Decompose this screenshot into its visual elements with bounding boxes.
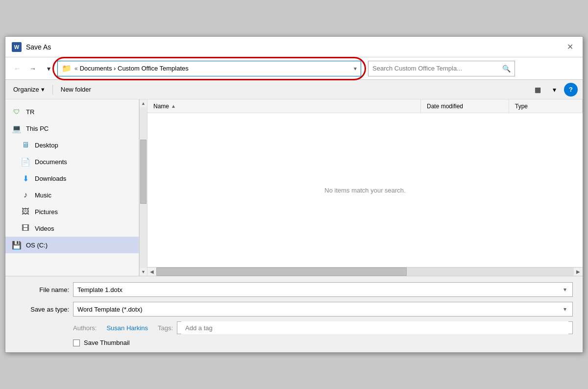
main-area: 🛡 TR 💻 This PC 🖥 Desktop 📄 Documents <box>5 99 583 276</box>
organize-button[interactable]: Organize ▾ <box>10 84 48 95</box>
sidebar-label-tr: TR <box>26 108 34 116</box>
search-input[interactable] <box>372 65 502 72</box>
breadcrumb-chevrons: « <box>74 65 78 72</box>
close-button[interactable]: ✕ <box>563 40 577 54</box>
search-box[interactable]: 🔍 <box>368 61 515 76</box>
sidebar-item-pictures[interactable]: 🖼 Pictures <box>5 203 139 220</box>
scroll-up-button[interactable]: ▲ <box>140 99 147 107</box>
scroll-thumb[interactable] <box>140 140 147 204</box>
sidebar-item-documents[interactable]: 📄 Documents <box>5 153 139 170</box>
sidebar-item-os-c[interactable]: 💾 OS (C:) <box>5 237 139 253</box>
savetype-label: Save as type: <box>15 306 69 313</box>
sidebar-label-documents: Documents <box>35 158 67 166</box>
sidebar-label-downloads: Downloads <box>35 175 66 182</box>
tags-section: Tags: <box>158 321 573 334</box>
h-scroll-track <box>156 267 574 276</box>
videos-icon: 🎞 <box>20 223 31 234</box>
col-type-label: Type <box>515 103 528 110</box>
toolbar-separator <box>52 85 53 95</box>
horizontal-scrollbar[interactable]: ◀ ▶ <box>147 267 583 276</box>
pictures-icon: 🖼 <box>20 206 31 217</box>
col-date[interactable]: Date modified <box>421 99 509 113</box>
sidebar-item-downloads[interactable]: ⬇ Downloads <box>5 170 139 187</box>
breadcrumb-dropdown-icon[interactable]: ▾ <box>351 65 357 72</box>
sidebar-label-os-c: OS (C:) <box>26 242 48 249</box>
folder-icon: 📁 <box>62 64 72 73</box>
savetype-input-wrap[interactable]: ▾ <box>73 302 573 316</box>
tags-input[interactable] <box>181 321 568 334</box>
h-scroll-thumb[interactable] <box>156 267 407 276</box>
music-icon: ♪ <box>20 190 31 200</box>
filename-label: File name: <box>15 286 69 293</box>
view-dropdown-icon: ▾ <box>553 86 556 94</box>
breadcrumb-path: Documents › Custom Office Templates <box>80 65 351 72</box>
sidebar-label-pictures: Pictures <box>35 208 58 216</box>
sidebar-panel: 🛡 TR 💻 This PC 🖥 Desktop 📄 Documents <box>5 99 147 276</box>
organize-label: Organize <box>13 86 39 93</box>
new-folder-label: New folder <box>61 86 91 93</box>
file-header: Name ▲ Date modified Type <box>147 99 583 113</box>
dialog-title: Save As <box>26 43 563 51</box>
empty-message: No items match your search. <box>324 187 405 194</box>
downloads-icon: ⬇ <box>20 173 31 184</box>
scroll-down-button[interactable]: ▼ <box>140 268 147 276</box>
help-button[interactable]: ? <box>564 83 578 97</box>
sidebar-item-music[interactable]: ♪ Music <box>5 187 139 203</box>
savetype-input[interactable] <box>77 306 562 313</box>
documents-icon: 📄 <box>20 156 31 167</box>
tags-label: Tags: <box>158 324 173 332</box>
meta-row: Authors: Susan Harkins Tags: <box>15 321 573 334</box>
toolbar: Organize ▾ New folder ▦ ▾ ? <box>5 80 583 99</box>
col-sort-icon: ▲ <box>171 103 176 109</box>
scroll-track <box>140 107 147 268</box>
view-button[interactable]: ▦ <box>531 83 544 97</box>
sidebar-scrollbar[interactable]: ▲ ▼ <box>139 99 147 276</box>
sidebar-label-this-pc: This PC <box>26 125 49 132</box>
savetype-dropdown-icon[interactable]: ▾ <box>562 306 568 313</box>
filename-row: File name: ▾ <box>15 282 573 297</box>
back-button[interactable]: ← <box>10 62 24 75</box>
authors-label: Authors: <box>73 324 97 332</box>
forward-button[interactable]: → <box>26 62 40 75</box>
os-c-icon: 💾 <box>11 240 22 250</box>
view-dropdown-button[interactable]: ▾ <box>547 83 561 97</box>
thumbnail-row: Save Thumbnail <box>15 339 573 346</box>
col-type[interactable]: Type <box>509 99 583 113</box>
file-area: Name ▲ Date modified Type No items match… <box>147 99 583 276</box>
file-content-empty: No items match your search. <box>147 113 583 267</box>
breadcrumb-bar[interactable]: 📁 « Documents › Custom Office Templates … <box>57 61 361 76</box>
filename-input[interactable] <box>77 286 562 293</box>
sidebar-label-desktop: Desktop <box>35 142 58 149</box>
scroll-left-button[interactable]: ◀ <box>147 267 156 276</box>
tags-input-wrap[interactable] <box>177 321 573 334</box>
filename-dropdown-icon[interactable]: ▾ <box>562 286 568 293</box>
col-name-label: Name <box>153 103 169 110</box>
sidebar-item-this-pc[interactable]: 💻 This PC <box>5 120 139 137</box>
scroll-right-button[interactable]: ▶ <box>574 267 583 276</box>
title-bar: W Save As ✕ <box>5 37 583 57</box>
new-folder-button[interactable]: New folder <box>58 84 94 95</box>
search-icon: 🔍 <box>502 65 511 73</box>
dropdown-button[interactable]: ▾ <box>42 62 55 75</box>
desktop-icon: 🖥 <box>20 140 31 150</box>
sidebar-item-tr[interactable]: 🛡 TR <box>5 103 139 120</box>
thumbnail-label[interactable]: Save Thumbnail <box>84 339 130 346</box>
sidebar-item-desktop[interactable]: 🖥 Desktop <box>5 137 139 153</box>
savetype-row: Save as type: ▾ <box>15 302 573 316</box>
organize-arrow: ▾ <box>41 86 45 93</box>
author-name[interactable]: Susan Harkins <box>106 324 148 332</box>
sidebar: 🛡 TR 💻 This PC 🖥 Desktop 📄 Documents <box>5 99 139 276</box>
thumbnail-checkbox[interactable] <box>73 340 80 346</box>
tr-icon: 🛡 <box>11 106 22 117</box>
breadcrumb-wrapper: 📁 « Documents › Custom Office Templates … <box>57 61 361 76</box>
filename-input-wrap[interactable]: ▾ <box>73 282 573 297</box>
col-name[interactable]: Name ▲ <box>147 99 421 113</box>
toolbar-right: ▦ ▾ ? <box>531 83 578 97</box>
bottom-area: File name: ▾ Save as type: ▾ Authors: Su… <box>5 276 583 352</box>
sidebar-label-videos: Videos <box>35 225 54 232</box>
save-as-dialog: W Save As ✕ ← → ▾ 📁 « Documents › Custom… <box>5 36 583 353</box>
word-icon: W <box>11 42 22 52</box>
nav-bar: ← → ▾ 📁 « Documents › Custom Office Temp… <box>5 57 583 80</box>
col-date-label: Date modified <box>427 103 463 110</box>
sidebar-item-videos[interactable]: 🎞 Videos <box>5 220 139 237</box>
